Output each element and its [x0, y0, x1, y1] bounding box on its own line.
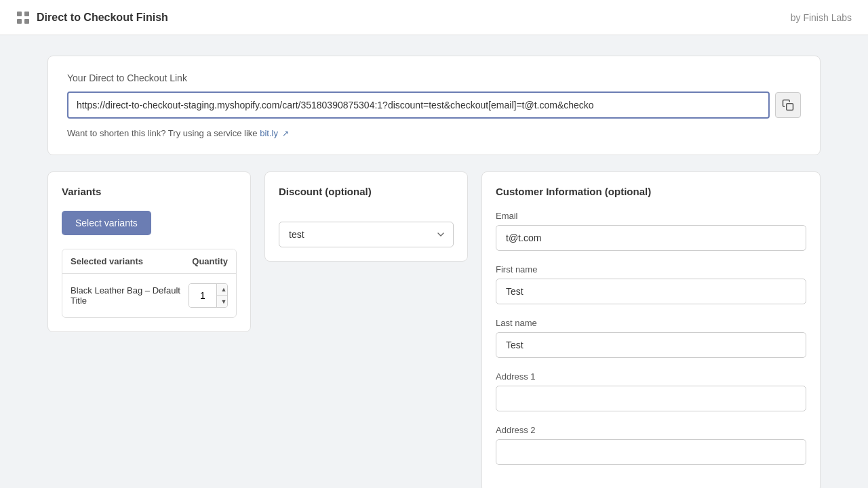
bitly-link[interactable]: bit.ly ↗: [260, 128, 288, 138]
discount-card: Discount (optional) test: [264, 171, 468, 262]
customer-card: Customer Information (optional) Email Fi…: [481, 171, 821, 488]
grid-icon: [16, 11, 30, 24]
first-name-field[interactable]: [496, 279, 806, 304]
shorten-text: Want to shorten this link? Try using a s…: [67, 128, 801, 138]
customer-card-title: Customer Information (optional): [496, 186, 806, 197]
discount-select[interactable]: test: [279, 222, 454, 247]
svg-rect-1: [24, 12, 29, 16]
quantity-header: Quantity: [192, 256, 228, 266]
last-name-label: Last name: [496, 318, 806, 328]
address2-group: Address 2: [496, 425, 806, 476]
first-name-label: First name: [496, 264, 806, 274]
variants-card: Variants Select variants Selected varian…: [47, 171, 251, 332]
svg-rect-3: [24, 19, 29, 24]
table-row: Black Leather Bag – Default Title ▲ ▼: [62, 274, 236, 317]
header-byline: by Finish Labs: [791, 12, 852, 23]
copy-icon: [782, 99, 794, 111]
checkout-link-card: Your Direct to Checkout Link Want to sho…: [47, 56, 821, 155]
header: Direct to Checkout Finish by Finish Labs: [0, 0, 868, 35]
quantity-input[interactable]: [189, 284, 216, 307]
selected-variants-header: Selected variants: [71, 256, 143, 266]
page-title: Direct to Checkout Finish: [37, 12, 168, 24]
svg-rect-4: [787, 104, 793, 110]
copy-url-button[interactable]: [775, 92, 801, 118]
first-name-group: First name: [496, 264, 806, 315]
cards-row: Variants Select variants Selected varian…: [47, 171, 821, 488]
url-input-row: [67, 92, 801, 119]
address2-label: Address 2: [496, 425, 806, 435]
address2-field[interactable]: [496, 439, 806, 465]
variants-table-header: Selected variants Quantity: [62, 249, 236, 274]
svg-rect-2: [17, 19, 22, 24]
header-left: Direct to Checkout Finish: [16, 11, 168, 24]
last-name-group: Last name: [496, 318, 806, 369]
last-name-field[interactable]: [496, 332, 806, 358]
checkout-link-label: Your Direct to Checkout Link: [67, 73, 801, 83]
quantity-spinner[interactable]: ▲ ▼: [189, 283, 228, 308]
variant-name: Black Leather Bag – Default Title: [71, 285, 189, 306]
quantity-up-arrow[interactable]: ▲: [217, 284, 228, 296]
email-field[interactable]: [496, 225, 806, 251]
address1-label: Address 1: [496, 371, 806, 382]
variants-card-title: Variants: [62, 186, 237, 197]
variants-table: Selected variants Quantity Black Leather…: [62, 249, 237, 318]
external-link-icon: ↗: [282, 129, 289, 138]
select-variants-button[interactable]: Select variants: [62, 211, 151, 235]
checkout-url-input[interactable]: [67, 92, 770, 119]
quantity-down-arrow[interactable]: ▼: [217, 296, 228, 307]
quantity-arrows: ▲ ▼: [216, 284, 228, 307]
email-label: Email: [496, 211, 806, 221]
main-content: Your Direct to Checkout Link Want to sho…: [0, 35, 868, 488]
discount-card-title: Discount (optional): [279, 186, 454, 197]
address1-field[interactable]: [496, 386, 806, 411]
email-group: Email: [496, 211, 806, 262]
svg-rect-0: [17, 12, 22, 16]
address1-group: Address 1: [496, 371, 806, 422]
